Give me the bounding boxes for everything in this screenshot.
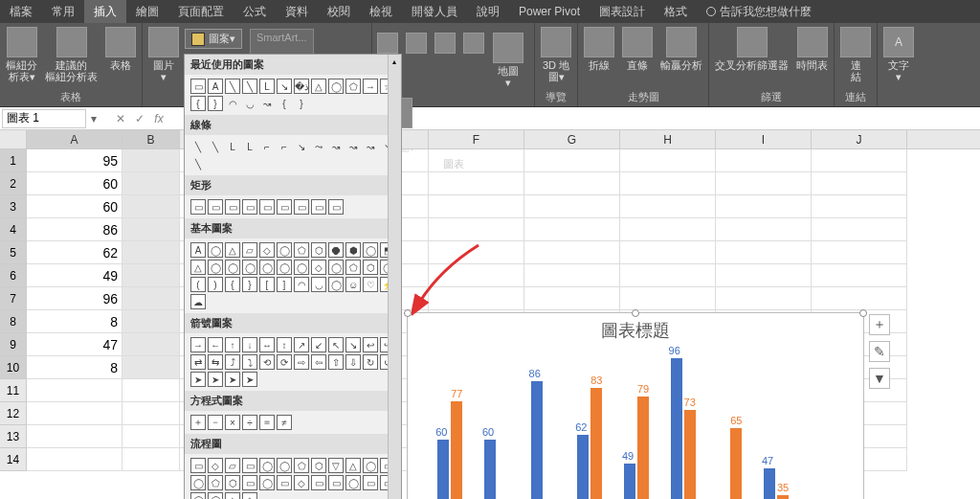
shape-item[interactable]: ⇄ — [190, 354, 206, 370]
link-button[interactable]: 連 結 — [838, 25, 873, 84]
cell-B5[interactable] — [122, 241, 180, 264]
cell-A8[interactable]: 8 — [27, 310, 122, 333]
cell-B4[interactable] — [122, 218, 180, 241]
shape-item[interactable]: ▽ — [328, 458, 344, 473]
shape-item[interactable]: ↑ — [225, 337, 240, 352]
cell-F5[interactable] — [429, 241, 524, 264]
cell-F3[interactable] — [429, 195, 524, 218]
shape-item[interactable]: ▭ — [328, 199, 344, 215]
cell-J7[interactable] — [812, 287, 907, 310]
fx-icon[interactable]: fx — [149, 112, 168, 125]
shape-item[interactable]: ⇩ — [345, 354, 361, 370]
col-header-H[interactable]: H — [620, 130, 716, 148]
tab-format[interactable]: 格式 — [655, 0, 697, 23]
shape-item[interactable]: ⬠ — [294, 242, 309, 258]
cell-A14[interactable] — [27, 448, 122, 471]
shape-item[interactable]: ◯ — [363, 242, 378, 258]
shape-item[interactable]: ⬢ — [345, 242, 361, 258]
shape-item[interactable]: ◯ — [190, 475, 206, 490]
tab-formulas[interactable]: 公式 — [234, 0, 276, 23]
shape-item[interactable]: ◯ — [363, 458, 378, 473]
cancel-icon[interactable]: ✕ — [111, 112, 130, 125]
shape-item[interactable]: ╲ — [225, 79, 240, 94]
shape-item[interactable]: ⟳ — [277, 354, 292, 370]
shape-item[interactable]: － — [208, 415, 223, 430]
shape-item[interactable]: ◇ — [208, 458, 223, 473]
chart-filters-button[interactable]: ▼ — [869, 368, 890, 389]
tab-layout[interactable]: 頁面配置 — [168, 0, 234, 23]
shape-item[interactable]: ( — [190, 277, 206, 292]
cell-B3[interactable] — [122, 195, 180, 218]
cell-G7[interactable] — [524, 287, 620, 310]
shape-item[interactable]: ⯃ — [328, 242, 344, 258]
shape-item[interactable]: ⌐ — [259, 139, 275, 154]
cell-B14[interactable] — [122, 448, 180, 471]
bar-數列2-6[interactable] — [637, 397, 649, 499]
recommended-pivot-button[interactable]: 建議的 樞紐分析表 — [43, 25, 100, 84]
shape-item[interactable]: ≠ — [277, 415, 292, 430]
shape-item[interactable]: ☺ — [345, 277, 361, 292]
shape-item[interactable]: ▭ — [294, 199, 309, 215]
shape-item[interactable]: ▭ — [311, 199, 326, 215]
shape-item[interactable]: ▭ — [242, 458, 257, 473]
cell-B12[interactable] — [122, 402, 180, 425]
shape-item[interactable]: ◯ — [277, 458, 292, 473]
shape-item[interactable]: �ذ — [294, 79, 309, 94]
shape-item[interactable]: ◯ — [277, 242, 292, 258]
row-header-8[interactable]: 8 — [0, 310, 27, 333]
col-header-I[interactable]: I — [716, 130, 812, 148]
cell-A5[interactable]: 62 — [27, 241, 122, 264]
cell-F1[interactable] — [429, 149, 524, 172]
tab-powerpivot[interactable]: Power Pivot — [509, 0, 590, 23]
cell-H1[interactable] — [620, 149, 716, 172]
shape-item[interactable]: { — [225, 277, 240, 292]
chart-elements-button[interactable]: ＋ — [869, 314, 890, 335]
cell-A2[interactable]: 60 — [27, 172, 122, 195]
bar-數列1-5[interactable] — [577, 435, 589, 499]
cell-H5[interactable] — [620, 241, 716, 264]
cell-A1[interactable]: 95 — [27, 149, 122, 172]
3dmap-button[interactable]: 3D 地 圖▾ — [539, 25, 573, 84]
shape-item[interactable]: ↝ — [328, 139, 344, 154]
shape-item[interactable]: ◯ — [328, 277, 344, 292]
shape-item[interactable]: ↗ — [294, 337, 309, 352]
shape-item[interactable]: ➤ — [225, 372, 240, 387]
shape-item[interactable]: ◇ — [311, 260, 326, 275]
shapes-scrollbar[interactable]: ▴ — [388, 55, 401, 499]
cell-A13[interactable] — [27, 425, 122, 448]
cell-B11[interactable] — [122, 379, 180, 402]
shape-item[interactable]: ▭ — [208, 199, 223, 215]
row-header-10[interactable]: 10 — [0, 356, 27, 379]
cell-B7[interactable] — [122, 287, 180, 310]
table-button[interactable]: 表格 — [103, 25, 138, 73]
cell-B9[interactable] — [122, 333, 180, 356]
shape-item[interactable]: △ — [225, 492, 240, 499]
chart-type-3[interactable] — [434, 31, 457, 56]
shape-item[interactable]: ◯ — [208, 492, 223, 499]
namebox-dropdown[interactable]: ▾ — [86, 112, 101, 125]
shape-item[interactable]: ← — [208, 337, 223, 352]
select-all-corner[interactable] — [0, 130, 27, 148]
cell-I2[interactable] — [716, 172, 812, 195]
shape-item[interactable]: ╲ — [190, 156, 206, 171]
row-header-13[interactable]: 13 — [0, 425, 27, 448]
cell-A6[interactable]: 49 — [27, 264, 122, 287]
bar-數列1-4[interactable] — [531, 381, 543, 499]
shape-item[interactable]: ▱ — [242, 242, 257, 258]
shape-item[interactable]: ▭ — [277, 475, 292, 490]
cell-B10[interactable] — [122, 356, 180, 379]
cell-G4[interactable] — [524, 218, 620, 241]
cell-G2[interactable] — [524, 172, 620, 195]
shape-item[interactable]: → — [190, 337, 206, 352]
shape-item[interactable]: ↕ — [277, 337, 292, 352]
shape-item[interactable]: { — [190, 96, 206, 111]
shape-item[interactable]: ◠ — [225, 96, 240, 111]
shape-item[interactable]: ▭ — [311, 475, 326, 490]
shape-item[interactable]: ➤ — [242, 372, 257, 387]
cell-B2[interactable] — [122, 172, 180, 195]
shape-item[interactable]: ▭ — [242, 199, 257, 215]
cell-B1[interactable] — [122, 149, 180, 172]
tab-view[interactable]: 檢視 — [360, 0, 402, 23]
shape-item[interactable]: ↝ — [259, 96, 275, 111]
cell-H3[interactable] — [620, 195, 716, 218]
